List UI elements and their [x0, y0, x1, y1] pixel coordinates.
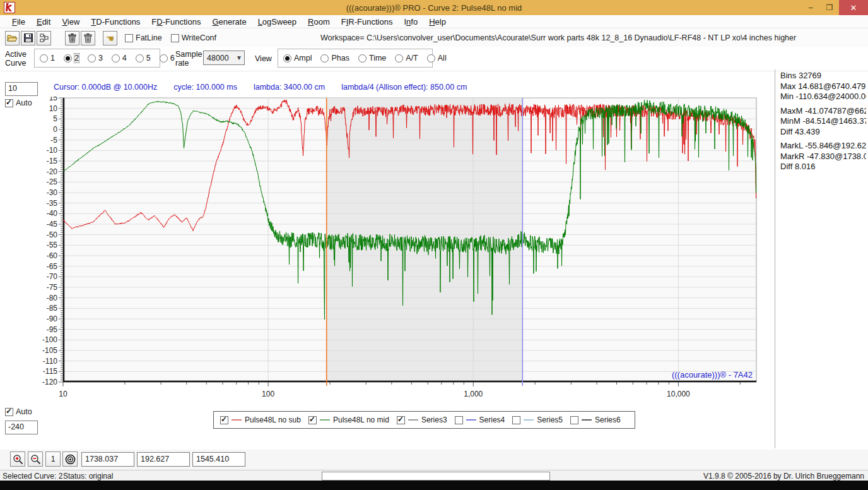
zoom-reset-button[interactable]: 1: [45, 451, 61, 467]
auto-top-wrap: Auto: [5, 99, 32, 107]
radio-dot: [112, 54, 120, 63]
svg-text:-100: -100: [42, 335, 57, 344]
radio-curve-1[interactable]: 1: [40, 54, 55, 63]
menu-view[interactable]: View: [56, 16, 85, 28]
radio-curve-6[interactable]: 6: [160, 54, 175, 63]
legend-label: Series3: [421, 415, 447, 424]
menu-room[interactable]: Room: [302, 16, 336, 28]
svg-text:15: 15: [49, 97, 58, 102]
folder-open-icon: [7, 33, 18, 42]
svg-text:10,000: 10,000: [667, 390, 690, 398]
save-icon: [24, 33, 33, 42]
radio-label: A/T: [406, 54, 418, 63]
menu-info[interactable]: Info: [398, 16, 423, 28]
menu-logsweep[interactable]: LogSweep: [252, 16, 302, 28]
svg-text:-5: -5: [50, 136, 57, 145]
radio-dot: [160, 54, 168, 63]
menu-fd-functions[interactable]: FD-Functions: [146, 16, 206, 28]
marker-target-button[interactable]: [62, 451, 78, 467]
radio-view-a-t[interactable]: A/T: [395, 54, 418, 63]
status-bar: Selected Curve: 2 Status: original V1.9.…: [0, 470, 868, 481]
menu-help[interactable]: Help: [423, 16, 452, 28]
delete-all-curves-button[interactable]: [81, 31, 95, 45]
cursor-info: Cursor: 0.000dB @ 10.000Hzcycle: 100.000…: [54, 83, 483, 92]
workspace-path: Workspace= C:\Users\convolver_user\Docum…: [320, 33, 796, 42]
radio-view-ampl[interactable]: Ampl: [283, 54, 312, 63]
target-icon: [65, 454, 76, 465]
marker-left-freq-field[interactable]: 192.627: [137, 452, 190, 467]
radio-curve-2[interactable]: 2: [64, 54, 79, 63]
radio-curve-5[interactable]: 5: [136, 54, 151, 63]
radio-curve-4[interactable]: 4: [112, 54, 127, 63]
view-group: AmplPhasTimeA/TAll: [278, 49, 433, 68]
auto-bottom-label: Auto: [16, 407, 32, 416]
stats-group: MaxM -41.074787@662.109MinM -84.514@1463…: [780, 106, 866, 138]
zoom-out-button[interactable]: [28, 451, 43, 467]
legend-checkbox[interactable]: [570, 416, 578, 424]
svg-text:-20: -20: [47, 167, 58, 176]
writeconf-checkbox[interactable]: [171, 34, 179, 42]
sample-rate-select[interactable]: 48000 ▼: [203, 51, 245, 65]
svg-text:-35: -35: [47, 199, 58, 208]
minimize-button[interactable]: –: [801, 0, 820, 15]
legend-checkbox[interactable]: [220, 416, 228, 424]
menu-fir-functions[interactable]: FIR-Functions: [336, 16, 399, 28]
curve-status: Status: original: [63, 472, 113, 481]
radio-view-time[interactable]: Time: [358, 54, 386, 63]
svg-text:-30: -30: [47, 188, 58, 197]
open-button[interactable]: [5, 31, 20, 45]
stats-line: Bins 32769: [780, 71, 866, 81]
menu-bar: FileEditViewTD-FunctionsFD-FunctionsGene…: [0, 15, 868, 28]
legend-label: Pulse48L no sub: [245, 415, 301, 424]
marker-right-freq-field[interactable]: 1738.037: [81, 452, 134, 467]
radio-label: Ampl: [294, 54, 312, 63]
marker-diff-field[interactable]: 1545.410: [192, 452, 245, 467]
fatline-checkbox[interactable]: [125, 34, 133, 42]
svg-text:-10: -10: [47, 146, 58, 155]
y-top-input[interactable]: 10: [5, 82, 38, 96]
menu-generate[interactable]: Generate: [206, 16, 252, 28]
active-curve-label: Active Curve: [5, 50, 26, 68]
auto-top-label: Auto: [16, 99, 32, 107]
radio-dot: [320, 54, 329, 63]
auto-top-checkbox[interactable]: [5, 99, 13, 107]
legend-checkbox[interactable]: [512, 416, 520, 424]
legend-swatch-line: [466, 419, 476, 421]
radio-view-all[interactable]: All: [427, 54, 447, 63]
menu-edit[interactable]: Edit: [31, 16, 56, 28]
save-button[interactable]: [21, 31, 35, 45]
curve-manager-button[interactable]: [37, 31, 51, 45]
panel-divider: [775, 69, 775, 448]
y-bottom-input[interactable]: -240: [5, 421, 38, 434]
delete-curve-button[interactable]: [65, 31, 79, 45]
stats-group: MarkL -55.846@192.627MarkR -47.830@1738.…: [780, 141, 866, 172]
legend-label: Series5: [537, 415, 563, 424]
svg-text:10: 10: [49, 104, 58, 113]
svg-text:-25: -25: [47, 177, 58, 186]
auto-bottom-checkbox[interactable]: [5, 408, 13, 416]
close-button[interactable]: ✕: [839, 0, 868, 15]
radio-curve-3[interactable]: 3: [88, 54, 103, 63]
svg-text:-15: -15: [47, 157, 58, 165]
radio-view-phas[interactable]: Phas: [320, 54, 349, 63]
menu-file[interactable]: File: [6, 16, 31, 28]
menu-td-functions[interactable]: TD-Functions: [85, 16, 146, 28]
control-row: Active Curve 123456 Sample rate 48000 ▼ …: [0, 47, 868, 71]
restore-button[interactable]: ❐: [820, 0, 839, 15]
legend-checkbox[interactable]: [397, 416, 405, 424]
legend-checkbox[interactable]: [455, 416, 463, 424]
radio-dot: [427, 54, 435, 63]
chart-svg: 151050-5-10-15-20-25-30-35-40-45-50-55-6…: [35, 97, 767, 406]
browse-button[interactable]: ☚: [103, 31, 117, 45]
stats-line: Max 14.681@6740.479: [780, 81, 866, 92]
svg-text:5: 5: [53, 114, 57, 123]
legend-checkbox[interactable]: [308, 416, 317, 424]
stats-line: MaxM -41.074787@662.109: [780, 106, 866, 117]
svg-text:-105: -105: [42, 346, 57, 355]
zoom-in-button[interactable]: [10, 451, 25, 467]
main-toolbar: ☚ FatLine WriteConf Workspace= C:\Users\…: [0, 29, 868, 47]
frequency-response-chart[interactable]: 151050-5-10-15-20-25-30-35-40-45-50-55-6…: [35, 97, 767, 406]
stats-line: MarkL -55.846@192.627: [780, 141, 866, 152]
lambda4-readout: lambda/4 (Allison effect): 850.00 cm: [341, 83, 467, 92]
stats-line: Diff 43.439: [780, 127, 866, 138]
